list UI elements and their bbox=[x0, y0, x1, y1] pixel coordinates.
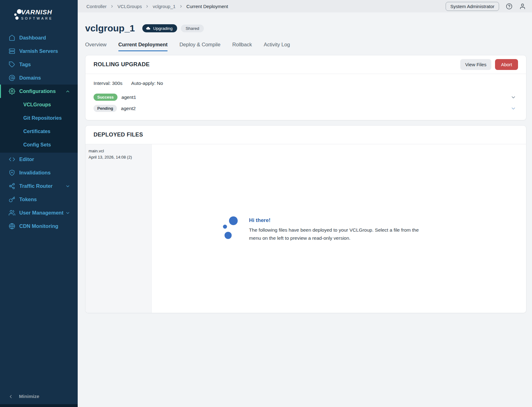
sidebar-item-user-management[interactable]: User Management bbox=[0, 206, 78, 220]
sidebar-item-cdn-monitoring[interactable]: CDN Monitoring bbox=[0, 220, 78, 233]
chevron-down-icon bbox=[65, 184, 70, 189]
breadcrumb-current-deployment: Current Deployment bbox=[186, 4, 228, 9]
sidebar-item-tokens[interactable]: Tokens bbox=[0, 193, 78, 206]
varnish-dots-graphic bbox=[222, 215, 241, 242]
app-window: VARNISH SOFTWARE Dashboard Varnish Serve… bbox=[0, 0, 532, 407]
topbar: Controller VCLGroups vclgroup_1 Current … bbox=[78, 0, 532, 12]
agent-row: Success agent1 bbox=[94, 93, 518, 101]
deployed-files-card: DEPLOYED FILES main.vcl April 13, 2026, … bbox=[85, 125, 526, 313]
empty-state: Hi there! The following files have been … bbox=[222, 215, 419, 242]
content-area: Controller VCLGroups vclgroup_1 Current … bbox=[78, 0, 532, 407]
chevron-right-icon bbox=[110, 4, 114, 8]
deployed-files-header: DEPLOYED FILES bbox=[85, 126, 526, 144]
sidebar-item-config-sets[interactable]: Config Sets bbox=[0, 138, 78, 151]
sidebar-group-configurations: Configurations VCLGroups Git Repositorie… bbox=[0, 85, 78, 153]
share-network-icon bbox=[9, 183, 15, 189]
sidebar-item-invalidations[interactable]: Invalidations bbox=[0, 166, 78, 179]
rolling-upgrade-title: ROLLING UPGRADE bbox=[94, 61, 150, 68]
help-circle-icon[interactable] bbox=[506, 3, 512, 10]
shield-x-icon bbox=[9, 169, 15, 176]
gear-icon bbox=[9, 88, 15, 95]
cloud-icon bbox=[146, 26, 151, 31]
agent-row: Pending agent2 bbox=[94, 104, 518, 113]
sidebar-item-label: Editor bbox=[19, 156, 34, 162]
empty-state-line: The following files have been deployed t… bbox=[249, 227, 419, 233]
sidebar-nav: Dashboard Varnish Servers Tags Domains C… bbox=[0, 31, 78, 233]
topbar-actions: System Administrator bbox=[446, 2, 526, 11]
sidebar-subitem-label: Git Repositories bbox=[23, 115, 62, 121]
home-icon bbox=[9, 35, 15, 41]
breadcrumb-vclgroups[interactable]: VCLGroups bbox=[117, 4, 142, 9]
sidebar-item-git-repositories[interactable]: Git Repositories bbox=[0, 111, 78, 125]
tab-activity-log[interactable]: Activity Log bbox=[264, 42, 290, 51]
sidebar-item-label: Dashboard bbox=[19, 35, 46, 41]
agent-list: Success agent1 Pending agent2 bbox=[94, 93, 518, 113]
sidebar-item-certificates[interactable]: Certificates bbox=[0, 125, 78, 138]
agent-name: agent1 bbox=[122, 95, 136, 100]
file-preview-panel: Hi there! The following files have been … bbox=[152, 144, 526, 313]
upgrade-meta: Interval: 300s Auto-apply: No bbox=[94, 81, 518, 86]
tab-bar: Overview Current Deployment Deploy & Com… bbox=[85, 42, 526, 51]
empty-state-heading: Hi there! bbox=[249, 217, 419, 224]
globe-icon bbox=[9, 223, 15, 229]
rolling-upgrade-body: Interval: 300s Auto-apply: No Success ag… bbox=[85, 74, 526, 120]
breadcrumb: Controller VCLGroups vclgroup_1 Current … bbox=[86, 4, 228, 9]
shared-badge: Shared bbox=[181, 25, 204, 32]
sidebar-subitem-label: Config Sets bbox=[23, 142, 51, 148]
sidebar-item-label: CDN Monitoring bbox=[19, 223, 58, 229]
chevron-down-icon[interactable] bbox=[511, 95, 516, 100]
sidebar-item-label: Invalidations bbox=[19, 170, 51, 176]
sidebar-item-label: Tokens bbox=[19, 197, 37, 202]
breadcrumb-vclgroup-1[interactable]: vclgroup_1 bbox=[153, 4, 175, 9]
sidebar-item-label: Tags bbox=[19, 62, 31, 67]
file-timestamp: April 13, 2026, 14:08 (2) bbox=[89, 155, 148, 160]
code-icon bbox=[9, 156, 15, 163]
minimize-sidebar-button[interactable]: Minimize bbox=[0, 389, 78, 404]
tab-deploy-compile[interactable]: Deploy & Compile bbox=[179, 42, 220, 51]
chevron-right-icon bbox=[179, 4, 183, 8]
key-icon bbox=[9, 196, 15, 203]
rolling-upgrade-card: ROLLING UPGRADE View Files Abort Interva… bbox=[85, 55, 526, 120]
chevron-down-icon bbox=[65, 210, 70, 215]
file-list-panel: main.vcl April 13, 2026, 14:08 (2) bbox=[85, 144, 152, 313]
tab-rollback[interactable]: Rollback bbox=[232, 42, 252, 51]
chevron-right-icon bbox=[145, 4, 149, 8]
chevron-up-icon bbox=[65, 89, 70, 94]
interval-value: Interval: 300s bbox=[94, 81, 122, 86]
sidebar-item-tags[interactable]: Tags bbox=[0, 58, 78, 71]
tab-current-deployment[interactable]: Current Deployment bbox=[118, 42, 168, 51]
sidebar-item-dashboard[interactable]: Dashboard bbox=[0, 31, 78, 44]
abort-button[interactable]: Abort bbox=[495, 59, 518, 70]
sidebar: VARNISH SOFTWARE Dashboard Varnish Serve… bbox=[0, 0, 78, 407]
breadcrumb-controller[interactable]: Controller bbox=[86, 4, 107, 9]
sidebar-item-domains[interactable]: Domains bbox=[0, 71, 78, 85]
user-icon[interactable] bbox=[519, 3, 526, 10]
status-badge: Success bbox=[94, 94, 117, 101]
sidebar-item-configurations[interactable]: Configurations bbox=[0, 85, 78, 98]
file-name: main.vcl bbox=[89, 149, 148, 153]
empty-state-text: Hi there! The following files have been … bbox=[249, 215, 419, 241]
brand-subtitle: SOFTWARE bbox=[21, 16, 53, 20]
sidebar-bottom-strip bbox=[0, 404, 78, 407]
sidebar-item-traffic-router[interactable]: Traffic Router bbox=[0, 179, 78, 193]
page-title: vclgroup_1 bbox=[85, 23, 135, 34]
sidebar-item-label: User Management bbox=[19, 210, 63, 216]
sidebar-item-editor[interactable]: Editor bbox=[0, 153, 78, 166]
servers-icon bbox=[9, 48, 15, 54]
page-header: vclgroup_1 Upgrading Shared bbox=[85, 23, 526, 34]
main-panel: vclgroup_1 Upgrading Shared Overview Cur… bbox=[78, 12, 532, 407]
system-administrator-button[interactable]: System Administrator bbox=[446, 2, 499, 11]
tab-overview[interactable]: Overview bbox=[85, 42, 107, 51]
auto-apply-value: Auto-apply: No bbox=[131, 81, 163, 86]
sidebar-item-label: Domains bbox=[19, 75, 41, 81]
sidebar-subitem-label: Certificates bbox=[23, 129, 50, 134]
varnish-logo: VARNISH SOFTWARE bbox=[0, 0, 78, 31]
file-item-main-vcl[interactable]: main.vcl April 13, 2026, 14:08 (2) bbox=[85, 146, 151, 162]
rolling-upgrade-actions: View Files Abort bbox=[460, 59, 518, 70]
chevron-down-icon[interactable] bbox=[511, 106, 516, 111]
sidebar-item-varnish-servers[interactable]: Varnish Servers bbox=[0, 44, 78, 58]
chevron-left-icon bbox=[8, 394, 13, 399]
sidebar-item-label: Traffic Router bbox=[19, 183, 53, 189]
sidebar-item-vclgroups[interactable]: VCLGroups bbox=[0, 98, 78, 111]
view-files-button[interactable]: View Files bbox=[460, 59, 491, 70]
